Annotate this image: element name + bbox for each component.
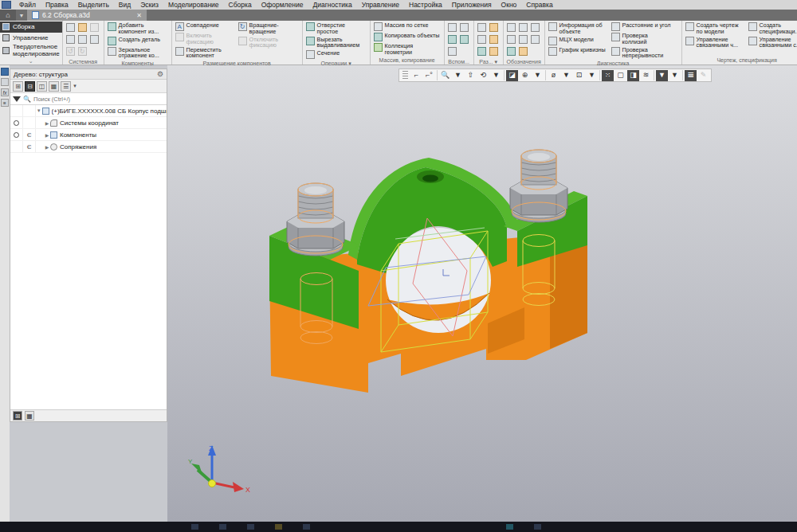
mode-solid-modeling[interactable]: Твердотельное моделирование xyxy=(0,43,62,57)
menu-diagnostics[interactable]: Диагностика xyxy=(308,1,356,9)
taskbar-app-icon[interactable] xyxy=(506,524,513,530)
designation-5-icon[interactable] xyxy=(519,35,528,44)
dim-linear-icon[interactable] xyxy=(477,23,486,32)
designation-6-icon[interactable] xyxy=(531,35,540,44)
save-as-icon[interactable] xyxy=(90,35,99,44)
menu-modeling[interactable]: Моделирование xyxy=(163,1,224,9)
taskbar-app-icon[interactable] xyxy=(219,524,226,530)
create-drawing-button[interactable]: Создать чертеж по модели xyxy=(685,22,746,35)
snap-mode-icon[interactable]: ⁙ xyxy=(602,70,614,81)
mode-management[interactable]: Управление xyxy=(0,33,62,44)
preview-icon[interactable] xyxy=(78,35,87,44)
dim-table-icon[interactable] xyxy=(477,47,486,56)
mode-assembly[interactable]: Сборка xyxy=(0,22,62,33)
dim-diameter-icon[interactable] xyxy=(489,35,498,44)
rotate-icon[interactable]: ⟲ xyxy=(477,70,489,81)
menu-management[interactable]: Управление xyxy=(357,1,404,9)
copy-objects-button[interactable]: Копировать объекты xyxy=(374,33,441,41)
visibility-eye-icon[interactable] xyxy=(14,120,19,126)
orientation-icon[interactable]: ⇧ xyxy=(465,70,477,81)
menu-sketch[interactable]: Эскиз xyxy=(135,1,163,9)
collapsed-arrow-icon[interactable]: ▶ xyxy=(44,132,50,138)
section-box-icon[interactable]: ▢ xyxy=(614,70,626,81)
model-viewport[interactable]: ⌐ ⌐° 🔍 ▼ ⇧ ⟲ ▼ ◪ ⊕ ▼ ø ▼ ⊡ ▼ ⁙ ▢ ◨ ≋ ▼ ▼ xyxy=(167,65,797,522)
filter-icon[interactable]: ▼ xyxy=(656,70,668,81)
tree-view-structure-icon[interactable]: ⊞ xyxy=(13,81,23,92)
save-icon[interactable] xyxy=(90,23,99,32)
continuity-check-button[interactable]: Проверка непрерывности xyxy=(611,47,678,60)
menu-edit[interactable]: Правка xyxy=(41,1,73,9)
grid-array-button[interactable]: Массив по сетке xyxy=(374,22,441,31)
display-mode-icon[interactable]: ◪ xyxy=(506,70,518,81)
messages-panel-icon[interactable]: ≡ xyxy=(1,99,9,107)
tree-display-options-icon[interactable]: ☰ xyxy=(61,81,71,92)
mass-properties-button[interactable]: МЦХ модели xyxy=(548,37,609,45)
menu-file[interactable]: Файл xyxy=(14,1,41,9)
dim-leader-icon[interactable] xyxy=(489,47,498,56)
designation-8-icon[interactable] xyxy=(519,47,528,56)
filter-icon[interactable] xyxy=(13,96,21,102)
expanded-arrow-icon[interactable]: ▼ xyxy=(36,108,42,113)
coincidence-button[interactable]: AСовпадение xyxy=(175,22,236,31)
taskbar-app-icon[interactable] xyxy=(534,524,541,530)
simple-hole-button[interactable]: Отверстие простое xyxy=(306,22,367,35)
tree-view-sequence-icon[interactable]: ⊟ xyxy=(25,81,35,92)
taskbar-app-icon[interactable] xyxy=(247,524,254,530)
os-taskbar[interactable] xyxy=(0,522,797,532)
variables-panel-icon[interactable]: fx xyxy=(1,88,9,96)
tree-footer-tree-icon[interactable]: ⊞ xyxy=(13,411,22,421)
tab-list-caret[interactable]: ▼ xyxy=(16,10,27,21)
layers-icon[interactable]: ≋ xyxy=(640,70,652,81)
cut-extrude-button[interactable]: Вырезать выдавливанием xyxy=(306,37,367,49)
menu-assembly[interactable]: Сборка xyxy=(224,1,257,9)
designation-3-icon[interactable] xyxy=(531,23,540,32)
collapsed-arrow-icon[interactable]: ▶ xyxy=(44,120,50,126)
tree-search-input[interactable] xyxy=(33,96,164,103)
redo-icon[interactable]: ↻ xyxy=(78,47,87,56)
document-tab[interactable]: 6.2 Сборка.a3d ✕ xyxy=(27,10,147,21)
designation-4-icon[interactable] xyxy=(507,35,516,44)
bearing-housing-model[interactable] xyxy=(239,143,622,430)
aux-plane-icon[interactable] xyxy=(448,23,457,32)
undo-icon[interactable]: ↺ xyxy=(66,47,75,56)
enable-fixation-button[interactable]: Включить фиксацию xyxy=(175,33,236,45)
add-component-button[interactable]: Добавить компонент из... xyxy=(108,22,168,35)
move-component-button[interactable]: Переместить компонент xyxy=(175,47,236,60)
aux-spline-icon[interactable] xyxy=(448,47,457,56)
visibility-eye-icon[interactable] xyxy=(14,132,19,138)
menu-settings[interactable]: Настройка xyxy=(404,1,447,9)
menu-layout[interactable]: Оформление xyxy=(257,1,308,9)
menu-view[interactable]: Вид xyxy=(114,1,135,9)
view-wheel-icon[interactable]: ⊕ xyxy=(519,70,531,81)
zoom-icon[interactable]: 🔍 xyxy=(439,70,451,81)
sketch-context-icon[interactable]: ⌐° xyxy=(423,70,435,81)
new-document-icon[interactable] xyxy=(66,23,75,32)
aux-cs-icon[interactable] xyxy=(460,35,469,44)
designation-7-icon[interactable] xyxy=(507,47,516,56)
open-icon[interactable] xyxy=(78,23,87,32)
dim-radial-icon[interactable] xyxy=(477,35,486,44)
object-info-button[interactable]: Информация об объекте xyxy=(548,22,609,35)
rotate-caret[interactable]: ▼ xyxy=(490,70,502,81)
tree-footer-list-icon[interactable]: ▦ xyxy=(25,411,34,421)
tree-root-row[interactable]: ▼ (+)БИГЕ.XXXXXX.008 СБ Корпус подшип xyxy=(10,105,167,117)
drag-handle[interactable] xyxy=(402,71,408,80)
aux-axis-icon[interactable] xyxy=(460,23,469,32)
edit-pen-icon[interactable]: ✎ xyxy=(697,70,709,81)
create-part-button[interactable]: Создать деталь xyxy=(108,37,168,45)
menu-window[interactable]: Окно xyxy=(497,1,522,9)
measure-icon[interactable]: 𝌆 xyxy=(685,70,697,81)
collapsed-arrow-icon[interactable]: ▶ xyxy=(44,144,50,150)
dim-angular-icon[interactable] xyxy=(489,23,498,32)
taskbar-app-icon[interactable] xyxy=(275,524,282,530)
tab-close-icon[interactable]: ✕ xyxy=(136,12,142,19)
parameters-panel-icon[interactable] xyxy=(1,78,9,86)
home-button[interactable]: ⌂ xyxy=(0,10,16,21)
manage-linked-drawings-button[interactable]: Управление связанными ч... xyxy=(685,37,746,49)
filter-caret[interactable]: ▼ xyxy=(669,70,681,81)
print-icon[interactable] xyxy=(66,35,75,44)
hide-objects-caret[interactable]: ▼ xyxy=(560,70,572,81)
capture-icon[interactable]: ⊡ xyxy=(573,70,585,81)
view-wheel-caret[interactable]: ▼ xyxy=(532,70,544,81)
taskbar-app-icon[interactable] xyxy=(191,524,198,530)
